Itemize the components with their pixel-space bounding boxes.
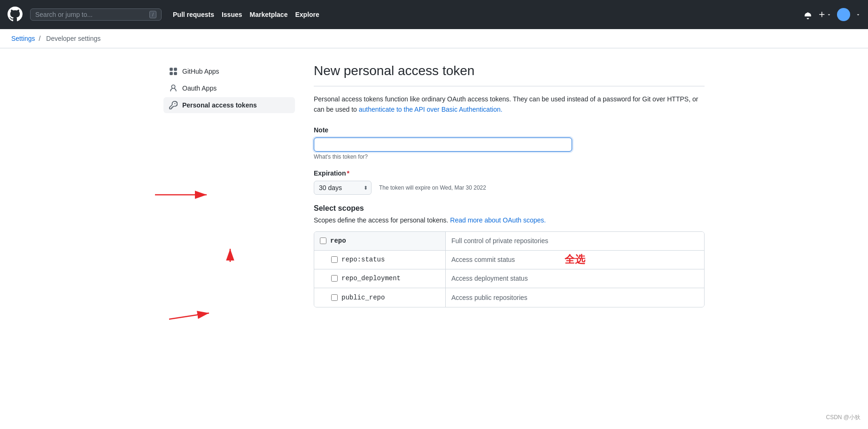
scope-name-public-repo: public_repo [341,294,385,301]
divider [314,86,705,86]
scope-desc-repo: Full control of private repositories [446,232,704,250]
expiration-select-wrapper: 7 days 30 days 60 days 90 days Custom No… [314,181,372,195]
scope-checkbox-public-repo[interactable] [331,294,338,301]
scope-left-repo-status: repo:status [314,251,446,269]
expiration-row: 7 days 30 days 60 days 90 days Custom No… [314,181,705,195]
breadcrumb-settings-link[interactable]: Settings [11,35,35,42]
expiration-select[interactable]: 7 days 30 days 60 days 90 days Custom No… [314,181,372,195]
search-bar[interactable]: Search or jump to... / [30,8,162,21]
search-placeholder-text: Search or jump to... [35,11,93,18]
user-avatar[interactable] [837,8,850,21]
expiration-hint: The token will expire on Wed, Mar 30 202… [379,184,486,191]
scope-left-repo-deployment: repo_deployment [314,269,446,288]
avatar-dropdown-icon [856,12,860,17]
sidebar-item-github-apps-label: GitHub Apps [182,68,219,75]
nav-explore[interactable]: Explore [295,11,319,18]
github-logo[interactable] [8,7,23,23]
scope-checkbox-repo[interactable] [320,237,326,244]
nav-issues[interactable]: Issues [222,11,242,18]
scopes-table: repo Full control of private repositorie… [314,231,705,307]
new-menu-button[interactable] [818,11,831,18]
description-api-link[interactable]: authenticate to the API over Basic Authe… [359,106,503,113]
scope-checkbox-repo-status[interactable] [331,256,338,263]
main-content: New personal access token Personal acces… [314,63,705,317]
quanxuan-label: 全选 [565,253,585,267]
note-label: Note [314,126,705,134]
scope-desc-repo-deployment: Access deployment status [446,269,704,288]
scope-row-repo-status: repo:status Access commit status 全选 [314,251,704,269]
sidebar-item-oauth-apps-label: Oauth Apps [182,84,217,92]
scope-desc-repo-status: Access commit status 全选 [446,251,704,269]
note-input[interactable] [314,138,572,152]
breadcrumb-separator: / [39,35,40,42]
topnav-right [803,8,860,21]
scopes-form-group: Select scopes Scopes define the access f… [314,204,705,307]
description-text: Personal access tokens function like ord… [314,94,705,115]
scope-left-public-repo: public_repo [314,288,446,307]
scope-left-repo: repo [314,232,446,250]
breadcrumb: Settings / Developer settings [0,29,868,48]
scopes-desc: Scopes define the access for personal to… [314,216,705,224]
scope-name-repo-deployment: repo_deployment [341,275,401,282]
nav-marketplace[interactable]: Marketplace [250,11,288,18]
scope-row-public-repo: public_repo Access public repositories [314,288,704,307]
expiration-label: Expiration* [314,169,705,177]
sidebar-item-personal-access-tokens-label: Personal access tokens [182,101,257,109]
scope-name-repo: repo [330,237,346,245]
sidebar-item-oauth-apps[interactable]: Oauth Apps [163,80,295,96]
sidebar-item-personal-access-tokens[interactable]: Personal access tokens [163,97,295,113]
note-hint: What's this token for? [314,153,705,160]
page-layout: GitHub Apps Oauth Apps Personal access t… [152,48,716,332]
expiration-form-group: Expiration* 7 days 30 days 60 days 90 da… [314,169,705,195]
top-navigation: Search or jump to... / Pull requests Iss… [0,0,868,29]
note-form-group: Note What's this token for? [314,126,705,160]
sidebar-item-github-apps[interactable]: GitHub Apps [163,63,295,79]
nav-pull-requests[interactable]: Pull requests [173,11,214,18]
apps-icon [169,67,178,76]
breadcrumb-current: Developer settings [46,35,101,42]
nav-links: Pull requests Issues Marketplace Explore [173,11,319,18]
page-title: New personal access token [314,63,705,78]
scope-row-repo-deployment: repo_deployment Access deployment status [314,269,704,288]
key-icon [169,101,178,109]
sidebar: GitHub Apps Oauth Apps Personal access t… [163,63,295,317]
scopes-oauth-link[interactable]: Read more about OAuth scopes. [450,216,546,224]
scope-checkbox-repo-deployment[interactable] [331,275,338,282]
scopes-title: Select scopes [314,204,705,213]
search-slash-badge: / [149,11,156,18]
notifications-button[interactable] [803,10,813,19]
person-icon [169,84,178,92]
scope-desc-public-repo: Access public repositories [446,288,704,307]
scope-row-repo: repo Full control of private repositorie… [314,232,704,251]
required-star: * [347,169,349,177]
scopes-desc-text: Scopes define the access for personal to… [314,216,448,224]
scope-name-repo-status: repo:status [341,256,385,263]
